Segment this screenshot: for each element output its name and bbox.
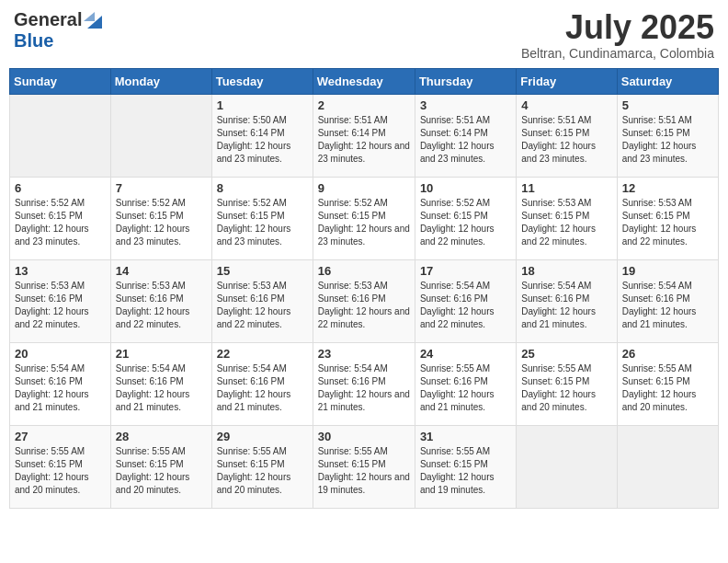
day-info: Sunrise: 5:54 AM Sunset: 6:16 PM Dayligh… xyxy=(116,362,207,414)
day-number: 4 xyxy=(521,98,611,112)
calendar-body: 1Sunrise: 5:50 AM Sunset: 6:14 PM Daylig… xyxy=(10,94,719,508)
month-year-title: July 2025 xyxy=(521,9,714,46)
day-info: Sunrise: 5:51 AM Sunset: 6:14 PM Dayligh… xyxy=(420,114,511,166)
weekday-header-wednesday: Wednesday xyxy=(313,68,415,94)
day-number: 12 xyxy=(622,181,713,195)
calendar-cell: 3Sunrise: 5:51 AM Sunset: 6:14 PM Daylig… xyxy=(415,94,516,177)
day-info: Sunrise: 5:55 AM Sunset: 6:15 PM Dayligh… xyxy=(622,362,713,414)
day-info: Sunrise: 5:52 AM Sunset: 6:15 PM Dayligh… xyxy=(420,197,511,248)
day-info: Sunrise: 5:53 AM Sunset: 6:15 PM Dayligh… xyxy=(521,197,611,248)
day-number: 11 xyxy=(521,181,611,195)
calendar-week-row: 13Sunrise: 5:53 AM Sunset: 6:16 PM Dayli… xyxy=(10,259,719,342)
calendar-cell: 13Sunrise: 5:53 AM Sunset: 6:16 PM Dayli… xyxy=(10,259,111,342)
logo-general-text: General xyxy=(14,9,82,30)
day-number: 2 xyxy=(318,98,410,112)
weekday-header-sunday: Sunday xyxy=(10,68,111,94)
day-info: Sunrise: 5:55 AM Sunset: 6:15 PM Dayligh… xyxy=(420,445,511,497)
day-number: 23 xyxy=(318,347,410,361)
calendar-week-row: 27Sunrise: 5:55 AM Sunset: 6:15 PM Dayli… xyxy=(10,425,719,508)
day-number: 25 xyxy=(521,347,611,361)
calendar-cell: 6Sunrise: 5:52 AM Sunset: 6:15 PM Daylig… xyxy=(10,177,111,259)
weekday-header-row: SundayMondayTuesdayWednesdayThursdayFrid… xyxy=(10,68,719,94)
day-number: 24 xyxy=(420,347,511,361)
location-subtitle: Beltran, Cundinamarca, Colombia xyxy=(521,46,714,61)
day-number: 6 xyxy=(15,181,106,195)
day-number: 30 xyxy=(318,430,410,443)
day-info: Sunrise: 5:50 AM Sunset: 6:14 PM Dayligh… xyxy=(217,114,308,166)
day-info: Sunrise: 5:55 AM Sunset: 6:15 PM Dayligh… xyxy=(521,362,611,414)
calendar-cell xyxy=(10,94,111,177)
logo-icon xyxy=(84,12,102,29)
day-info: Sunrise: 5:53 AM Sunset: 6:16 PM Dayligh… xyxy=(15,280,106,331)
calendar-cell: 4Sunrise: 5:51 AM Sunset: 6:15 PM Daylig… xyxy=(517,94,617,177)
weekday-header-tuesday: Tuesday xyxy=(211,68,313,94)
day-number: 15 xyxy=(217,264,308,278)
day-number: 17 xyxy=(420,264,511,278)
calendar-cell: 15Sunrise: 5:53 AM Sunset: 6:16 PM Dayli… xyxy=(211,259,313,342)
calendar-cell: 17Sunrise: 5:54 AM Sunset: 6:16 PM Dayli… xyxy=(415,259,516,342)
day-info: Sunrise: 5:52 AM Sunset: 6:15 PM Dayligh… xyxy=(217,197,308,248)
calendar-cell: 24Sunrise: 5:55 AM Sunset: 6:16 PM Dayli… xyxy=(415,342,516,425)
day-info: Sunrise: 5:54 AM Sunset: 6:16 PM Dayligh… xyxy=(15,362,106,414)
page-header: General Blue July 2025 Beltran, Cundinam… xyxy=(9,9,719,61)
day-info: Sunrise: 5:52 AM Sunset: 6:15 PM Dayligh… xyxy=(15,197,106,248)
day-info: Sunrise: 5:53 AM Sunset: 6:16 PM Dayligh… xyxy=(116,280,207,331)
day-number: 20 xyxy=(15,347,106,361)
day-info: Sunrise: 5:54 AM Sunset: 6:16 PM Dayligh… xyxy=(420,280,511,331)
title-block: July 2025 Beltran, Cundinamarca, Colombi… xyxy=(521,9,714,61)
calendar-table: SundayMondayTuesdayWednesdayThursdayFrid… xyxy=(9,68,719,509)
calendar-week-row: 20Sunrise: 5:54 AM Sunset: 6:16 PM Dayli… xyxy=(10,342,719,425)
day-info: Sunrise: 5:55 AM Sunset: 6:15 PM Dayligh… xyxy=(116,445,207,497)
day-number: 1 xyxy=(217,98,308,112)
calendar-cell: 22Sunrise: 5:54 AM Sunset: 6:16 PM Dayli… xyxy=(211,342,313,425)
day-number: 10 xyxy=(420,181,511,195)
day-number: 5 xyxy=(622,98,713,112)
day-number: 31 xyxy=(420,430,511,443)
calendar-cell: 2Sunrise: 5:51 AM Sunset: 6:14 PM Daylig… xyxy=(313,94,415,177)
calendar-cell xyxy=(617,425,718,508)
calendar-cell xyxy=(517,425,617,508)
day-info: Sunrise: 5:53 AM Sunset: 6:16 PM Dayligh… xyxy=(217,280,308,331)
day-number: 9 xyxy=(318,181,410,195)
day-number: 22 xyxy=(217,347,308,361)
calendar-cell: 16Sunrise: 5:53 AM Sunset: 6:16 PM Dayli… xyxy=(313,259,415,342)
day-info: Sunrise: 5:51 AM Sunset: 6:15 PM Dayligh… xyxy=(521,114,611,166)
day-info: Sunrise: 5:55 AM Sunset: 6:15 PM Dayligh… xyxy=(15,445,106,497)
day-number: 28 xyxy=(116,430,207,443)
day-number: 26 xyxy=(622,347,713,361)
calendar-week-row: 6Sunrise: 5:52 AM Sunset: 6:15 PM Daylig… xyxy=(10,177,719,259)
day-number: 16 xyxy=(318,264,410,278)
weekday-header-friday: Friday xyxy=(517,68,617,94)
calendar-cell: 19Sunrise: 5:54 AM Sunset: 6:16 PM Dayli… xyxy=(617,259,718,342)
logo: General Blue xyxy=(14,9,102,52)
calendar-cell: 12Sunrise: 5:53 AM Sunset: 6:15 PM Dayli… xyxy=(617,177,718,259)
day-number: 14 xyxy=(116,264,207,278)
weekday-header-saturday: Saturday xyxy=(617,68,718,94)
calendar-week-row: 1Sunrise: 5:50 AM Sunset: 6:14 PM Daylig… xyxy=(10,94,719,177)
calendar-cell: 9Sunrise: 5:52 AM Sunset: 6:15 PM Daylig… xyxy=(313,177,415,259)
day-number: 27 xyxy=(15,430,106,443)
day-number: 21 xyxy=(116,347,207,361)
calendar-cell: 10Sunrise: 5:52 AM Sunset: 6:15 PM Dayli… xyxy=(415,177,516,259)
day-number: 8 xyxy=(217,181,308,195)
calendar-cell: 14Sunrise: 5:53 AM Sunset: 6:16 PM Dayli… xyxy=(110,259,211,342)
calendar-cell: 30Sunrise: 5:55 AM Sunset: 6:15 PM Dayli… xyxy=(313,425,415,508)
calendar-header: SundayMondayTuesdayWednesdayThursdayFrid… xyxy=(10,68,719,94)
day-number: 13 xyxy=(15,264,106,278)
day-number: 19 xyxy=(622,264,713,278)
calendar-cell: 26Sunrise: 5:55 AM Sunset: 6:15 PM Dayli… xyxy=(617,342,718,425)
day-info: Sunrise: 5:55 AM Sunset: 6:15 PM Dayligh… xyxy=(318,445,410,497)
day-number: 18 xyxy=(521,264,611,278)
svg-marker-1 xyxy=(84,12,95,21)
day-info: Sunrise: 5:51 AM Sunset: 6:15 PM Dayligh… xyxy=(622,114,713,166)
day-info: Sunrise: 5:54 AM Sunset: 6:16 PM Dayligh… xyxy=(622,280,713,331)
calendar-cell: 1Sunrise: 5:50 AM Sunset: 6:14 PM Daylig… xyxy=(211,94,313,177)
calendar-cell: 21Sunrise: 5:54 AM Sunset: 6:16 PM Dayli… xyxy=(110,342,211,425)
day-info: Sunrise: 5:54 AM Sunset: 6:16 PM Dayligh… xyxy=(521,280,611,331)
calendar-cell: 20Sunrise: 5:54 AM Sunset: 6:16 PM Dayli… xyxy=(10,342,111,425)
day-number: 29 xyxy=(217,430,308,443)
day-info: Sunrise: 5:55 AM Sunset: 6:16 PM Dayligh… xyxy=(420,362,511,414)
day-number: 7 xyxy=(116,181,207,195)
calendar-cell: 11Sunrise: 5:53 AM Sunset: 6:15 PM Dayli… xyxy=(517,177,617,259)
calendar-cell: 27Sunrise: 5:55 AM Sunset: 6:15 PM Dayli… xyxy=(10,425,111,508)
